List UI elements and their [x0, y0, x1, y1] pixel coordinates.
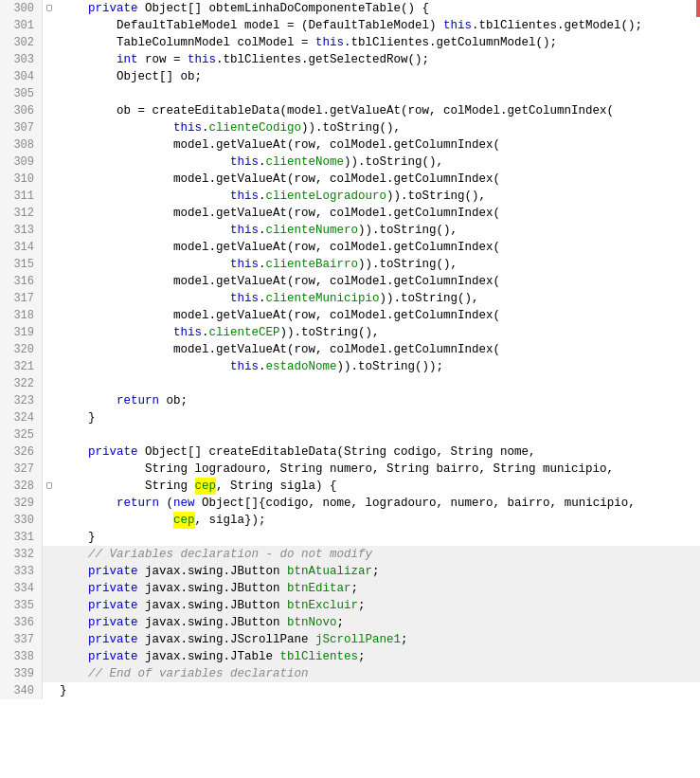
- code-token: }: [60, 409, 96, 426]
- code-token: estadoNome: [266, 358, 337, 375]
- fold-icon: [43, 68, 56, 85]
- code-token: clienteLogradouro: [266, 188, 387, 205]
- line-number: 332: [0, 546, 43, 563]
- code-token: [60, 256, 230, 273]
- fold-icon: [43, 307, 56, 324]
- fold-icon: [43, 631, 56, 648]
- code-token: ob;: [159, 392, 188, 409]
- code-line: 321 this.estadoNome)).toString());: [0, 358, 700, 375]
- code-line: 314 model.getValueAt(row, colModel.getCo…: [0, 239, 700, 256]
- fold-icon[interactable]: ▢: [43, 0, 56, 17]
- code-content: model.getValueAt(row, colModel.getColumn…: [56, 307, 700, 324]
- code-token: private: [88, 597, 138, 614]
- fold-icon: [43, 512, 56, 529]
- code-token: javax.swing.JTable: [138, 648, 280, 665]
- code-token: )).toString(),: [386, 188, 486, 205]
- code-token: private: [88, 631, 138, 648]
- code-token: return: [117, 495, 159, 512]
- code-content: private javax.swing.JButton btnExcluir;: [56, 597, 700, 614]
- code-token: String logradouro, String numero, String…: [60, 461, 614, 478]
- line-number: 327: [0, 461, 43, 478]
- line-number: 316: [0, 273, 43, 290]
- code-token: private: [88, 614, 138, 631]
- code-token: model.getValueAt(row, colModel.getColumn…: [60, 171, 500, 188]
- code-content: }: [56, 529, 700, 546]
- fold-icon: [43, 648, 56, 665]
- code-token: this: [230, 290, 259, 307]
- code-content: private javax.swing.JButton btnAtualizar…: [56, 563, 700, 580]
- code-token: )).toString());: [337, 358, 444, 375]
- code-content: [56, 426, 700, 443]
- line-number: 331: [0, 529, 43, 546]
- code-token: this: [173, 324, 202, 341]
- line-number: 303: [0, 51, 43, 68]
- code-line: 327 String logradouro, String numero, St…: [0, 461, 700, 478]
- line-number: 315: [0, 256, 43, 273]
- code-token: [60, 51, 117, 68]
- line-number: 340: [0, 682, 43, 699]
- fold-icon: [43, 682, 56, 699]
- line-number: 306: [0, 102, 43, 119]
- code-line: 329 return (new Object[]{codigo, nome, l…: [0, 495, 700, 512]
- code-token: )).toString(),: [301, 119, 401, 136]
- code-line: 302 TableColumnModel colModel = this.tbl…: [0, 34, 700, 51]
- code-token: .: [259, 358, 266, 375]
- fold-icon[interactable]: ▢: [43, 478, 56, 495]
- line-number: 302: [0, 34, 43, 51]
- code-content: this.clienteNumero)).toString(),: [56, 222, 700, 239]
- code-content: return ob;: [56, 392, 700, 409]
- code-token: .tblClientes.getColumnModel();: [344, 34, 557, 51]
- code-token: private: [88, 443, 138, 461]
- code-line: 310 model.getValueAt(row, colModel.getCo…: [0, 171, 700, 188]
- code-token: [60, 392, 117, 409]
- code-token: Object[] ob;: [60, 68, 202, 85]
- code-token: javax.swing.JScrollPane: [138, 631, 316, 648]
- code-line: 330 cep, sigla});: [0, 512, 700, 529]
- code-content: this.clienteBairro)).toString(),: [56, 256, 700, 273]
- code-token: javax.swing.JButton: [138, 597, 288, 614]
- code-token: javax.swing.JButton: [138, 580, 288, 597]
- code-line: 304 Object[] ob;: [0, 68, 700, 85]
- code-content: cep, sigla});: [56, 512, 700, 529]
- line-number: 301: [0, 17, 43, 34]
- code-token: )).toString(),: [344, 154, 443, 171]
- code-line: 339 // End of variables declaration: [0, 665, 700, 682]
- code-line: 337 private javax.swing.JScrollPane jScr…: [0, 631, 700, 648]
- code-token: )).toString(),: [380, 290, 479, 307]
- code-token: private: [88, 0, 138, 17]
- code-token: // End of variables declaration: [60, 665, 309, 682]
- fold-icon: [43, 239, 56, 256]
- fold-icon: [43, 461, 56, 478]
- code-editor: 300▢ private Object[] obtemLinhaDoCompon…: [0, 0, 700, 778]
- code-token: [60, 512, 173, 529]
- code-content: model.getValueAt(row, colModel.getColumn…: [56, 239, 700, 256]
- code-token: row =: [138, 51, 188, 68]
- fold-icon: [43, 34, 56, 51]
- code-token: clienteBairro: [266, 256, 359, 273]
- code-content: [56, 85, 700, 102]
- code-content: return (new Object[]{codigo, nome, logra…: [56, 495, 700, 512]
- code-line: 333 private javax.swing.JButton btnAtual…: [0, 563, 700, 580]
- line-number: 338: [0, 648, 43, 665]
- code-token: [60, 222, 230, 239]
- fold-icon: [43, 154, 56, 171]
- code-content: [56, 375, 700, 392]
- code-line: 319 this.clienteCEP)).toString(),: [0, 324, 700, 341]
- code-token: this: [230, 358, 259, 375]
- code-token: ;: [358, 597, 366, 614]
- code-token: jScrollPane1: [315, 631, 401, 648]
- code-token: this: [173, 119, 202, 136]
- fold-icon: [43, 188, 56, 205]
- code-token: model.getValueAt(row, colModel.getColumn…: [60, 307, 500, 324]
- code-token: clienteNumero: [266, 222, 359, 239]
- code-content: model.getValueAt(row, colModel.getColumn…: [56, 136, 700, 154]
- code-content: }: [56, 682, 700, 699]
- code-line: 315 this.clienteBairro)).toString(),: [0, 256, 700, 273]
- fold-icon: [43, 597, 56, 614]
- code-content: model.getValueAt(row, colModel.getColumn…: [56, 341, 700, 358]
- code-token: clienteNome: [266, 154, 345, 171]
- code-content: }: [56, 409, 700, 426]
- code-line: 331 }: [0, 529, 700, 546]
- code-lines: 300▢ private Object[] obtemLinhaDoCompon…: [0, 0, 700, 778]
- code-token: .: [259, 188, 266, 205]
